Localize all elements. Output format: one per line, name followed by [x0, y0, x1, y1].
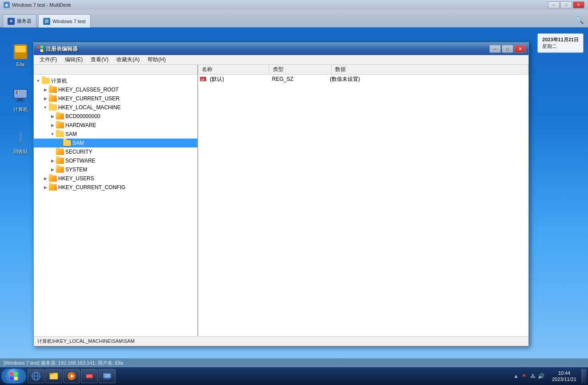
desktop-icon-recycle[interactable]: 回收站	[6, 129, 35, 155]
computer-icon-label: 计算机	[13, 106, 28, 113]
desktop-icon-computer[interactable]: 计算机	[6, 87, 35, 113]
multidesk-status-bar: [Windows 7 test] 服务器: 192.168.163.141; 用…	[0, 358, 588, 367]
svg-rect-17	[10, 372, 13, 376]
expand-system[interactable]: ▶	[49, 166, 56, 173]
status-text: [Windows 7 test] 服务器: 192.168.163.141; 用…	[4, 360, 123, 366]
clock-area[interactable]: 10:44 2023/11/21	[548, 370, 580, 383]
expand-hkcr[interactable]: ▶	[42, 86, 49, 93]
ella-icon-img	[12, 42, 29, 60]
flag-icon[interactable]: ⚑	[521, 373, 528, 380]
desktop-icon-ella[interactable]: Ella	[6, 42, 35, 67]
expand-hkcu[interactable]: ▶	[42, 95, 49, 102]
svg-rect-37	[106, 375, 107, 376]
tree-node-computer[interactable]: ▼ 计算机	[34, 76, 197, 85]
reg-value-data: (数值未设置)	[330, 75, 527, 83]
hkcr-icon	[49, 87, 57, 93]
regedit-close-btn[interactable]: ✕	[514, 45, 526, 53]
tree-node-hklm[interactable]: ▼ HKEY_LOCAL_MACHINE	[34, 103, 197, 112]
system-icon	[56, 167, 64, 173]
expand-software[interactable]: ▶	[49, 157, 56, 164]
tab-server[interactable]: 🖥 服务器	[3, 14, 36, 28]
expand-hklm[interactable]: ▼	[42, 104, 49, 111]
security-icon	[56, 149, 64, 155]
sam-sam-icon	[63, 140, 71, 146]
svg-rect-5	[18, 99, 23, 100]
expand-sam[interactable]: ▼	[49, 131, 56, 138]
expand-security[interactable]	[49, 148, 56, 155]
tree-node-hkcr[interactable]: ▶ HKEY_CLASSES_ROOT	[34, 85, 197, 94]
menu-edit[interactable]: 编辑(E)	[61, 55, 86, 64]
tree-node-hkcu[interactable]: ▶ HKEY_CURRENT_USER	[34, 94, 197, 103]
hkcc-icon	[49, 184, 57, 191]
hklm-label: HKEY_LOCAL_MACHINE	[58, 104, 121, 111]
svg-rect-10	[16, 92, 17, 94]
taskbar-ie[interactable]	[28, 369, 44, 383]
clock-time: 10:44	[558, 370, 571, 376]
notify-arrow-icon[interactable]: ▲	[512, 373, 520, 380]
tree-node-hardware[interactable]: ▶ HARDWARE	[34, 121, 197, 130]
recycle-icon-img	[12, 129, 29, 147]
menu-help[interactable]: 帮助(H)	[144, 55, 169, 64]
tree-node-hkcc[interactable]: ▶ HKEY_CURRENT_CONFIG	[34, 183, 197, 192]
tree-header-spacer	[34, 65, 198, 74]
expand-bcd[interactable]: ▶	[49, 113, 56, 120]
regedit-window-icon	[36, 45, 44, 52]
menu-favorites[interactable]: 收藏夹(A)	[113, 55, 143, 64]
computer-root-icon	[42, 78, 50, 84]
start-button[interactable]	[2, 369, 26, 383]
server-tab-label: 服务器	[17, 18, 32, 24]
maximize-button[interactable]: □	[560, 1, 572, 8]
svg-rect-39	[106, 376, 107, 377]
svg-rect-36	[105, 375, 106, 376]
value-headers: 名称 类型 数据	[198, 65, 528, 74]
volume-icon[interactable]: 🔊	[538, 373, 545, 380]
win7-tab-icon: ⊞	[43, 18, 50, 25]
taskbar-explorer[interactable]	[45, 369, 62, 383]
svg-marker-12	[18, 131, 23, 135]
svg-text:ab: ab	[200, 78, 205, 82]
tree-node-system[interactable]: ▶ SYSTEM	[34, 165, 197, 174]
hkcu-icon	[49, 95, 57, 102]
tree-node-hku[interactable]: ▶ HKEY_USERS	[34, 174, 197, 183]
tab-win7[interactable]: ⊞ Windows 7 test	[38, 14, 91, 28]
taskbar-media[interactable]	[63, 369, 80, 383]
taskbar-systray: ▲ ⚑ 🖧 🔊 10:44 2023/11/21	[511, 369, 586, 383]
reg-value-default[interactable]: ab (默认) REG_SZ (数值未设置)	[198, 75, 528, 83]
svg-rect-38	[105, 376, 106, 377]
expand-hku[interactable]: ▶	[42, 175, 49, 182]
expand-hkcc[interactable]: ▶	[42, 184, 49, 191]
network-icon[interactable]: 🖧	[529, 373, 536, 380]
multidesk-titlebar: ▣ Windows 7 test - MultiDesk ─ □ ✕	[0, 0, 588, 10]
regedit-minimize-btn[interactable]: ─	[489, 45, 501, 53]
search-icon[interactable]: 🔍	[575, 15, 584, 25]
tree-node-bcd[interactable]: ▶ BCD00000000	[34, 112, 197, 121]
regedit-maximize-btn[interactable]: □	[502, 45, 513, 53]
taskbar-tool[interactable]	[81, 369, 98, 383]
minimize-button[interactable]: ─	[548, 1, 560, 8]
svg-rect-1	[15, 46, 26, 52]
svg-rect-2	[14, 56, 27, 59]
registry-tree[interactable]: ▼ 计算机 ▶ HKEY_CLASSES_ROOT ▶ HKEY_CURRENT…	[34, 75, 198, 342]
tab-area: 🖥 服务器 ⊞ Windows 7 test	[0, 10, 588, 28]
tree-node-sam-sam[interactable]: SAM	[34, 139, 197, 147]
col-header-type[interactable]: 类型	[269, 65, 332, 74]
expand-sam-sam[interactable]	[56, 139, 63, 147]
expand-hardware[interactable]: ▶	[49, 122, 56, 129]
close-button[interactable]: ✕	[573, 1, 584, 8]
tree-node-software[interactable]: ▶ SOFTWARE	[34, 156, 197, 165]
regedit-main-content: ▼ 计算机 ▶ HKEY_CLASSES_ROOT ▶ HKEY_CURRENT…	[34, 75, 528, 342]
system-label: SYSTEM	[65, 167, 87, 173]
calendar-date: 2023年11月21日	[542, 36, 579, 43]
svg-rect-13	[19, 135, 22, 142]
col-header-data[interactable]: 数据	[332, 65, 528, 74]
expand-computer[interactable]: ▼	[35, 77, 42, 84]
tree-node-sam[interactable]: ▼ SAM	[34, 130, 197, 139]
menu-file[interactable]: 文件(F)	[36, 55, 60, 64]
remote-icon	[102, 371, 112, 381]
show-desktop-button[interactable]	[582, 369, 586, 383]
tree-node-security[interactable]: SECURITY	[34, 147, 197, 156]
taskbar-remote[interactable]	[99, 369, 116, 383]
menu-view[interactable]: 查看(V)	[87, 55, 112, 64]
sam-label: SAM	[65, 131, 77, 137]
col-header-name[interactable]: 名称	[198, 65, 269, 74]
